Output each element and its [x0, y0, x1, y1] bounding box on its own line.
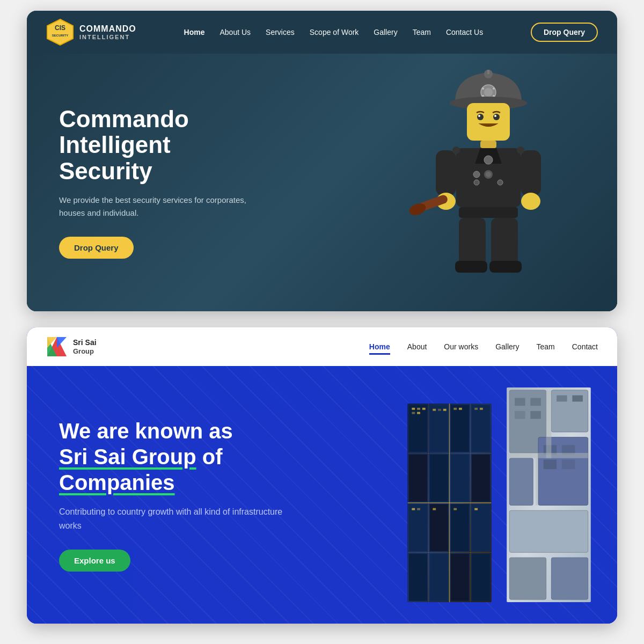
- svg-rect-52: [430, 405, 449, 452]
- nav1-team[interactable]: Team: [413, 27, 431, 37]
- svg-rect-67: [412, 408, 415, 410]
- lego-svg: [397, 70, 580, 311]
- svg-rect-36: [489, 261, 522, 273]
- svg-rect-97: [557, 396, 567, 402]
- svg-marker-42: [57, 337, 67, 348]
- svg-point-25: [484, 156, 493, 164]
- svg-rect-34: [491, 218, 518, 266]
- logo2-sub: Group: [73, 347, 97, 356]
- svg-rect-58: [471, 454, 490, 502]
- svg-rect-88: [509, 458, 533, 506]
- svg-point-8: [482, 87, 484, 90]
- svg-rect-101: [544, 460, 557, 470]
- srisai-logo-icon: [46, 336, 68, 357]
- nav1-drop-query-button[interactable]: Drop Query: [531, 23, 598, 42]
- svg-rect-92: [551, 558, 588, 599]
- svg-rect-68: [417, 408, 420, 410]
- svg-point-20: [473, 171, 480, 178]
- svg-point-16: [478, 115, 480, 117]
- svg-rect-65: [450, 553, 469, 601]
- nav2-about[interactable]: About: [407, 342, 427, 352]
- hero1-title: Commando Intelligent Security: [59, 106, 263, 184]
- svg-point-17: [494, 115, 496, 117]
- svg-rect-104: [509, 453, 588, 458]
- svg-rect-51: [409, 405, 428, 452]
- svg-marker-0: [47, 19, 73, 45]
- svg-rect-59: [409, 504, 428, 552]
- svg-point-24: [497, 180, 503, 185]
- logo2-brand: Sri Sai: [73, 338, 97, 347]
- svg-rect-83: [474, 508, 478, 510]
- logo2: Sri Sai Group: [46, 336, 97, 357]
- card1-security: CIS SECURITY COMMANDO INTELLIGENT Home A…: [27, 11, 617, 311]
- svg-rect-93: [515, 398, 525, 406]
- logo1: CIS SECURITY COMMANDO INTELLIGENT: [46, 18, 136, 46]
- svg-rect-94: [530, 398, 541, 406]
- svg-rect-79: [412, 508, 415, 510]
- svg-rect-76: [459, 408, 462, 410]
- nav1-contact[interactable]: Contact Us: [446, 27, 483, 37]
- nav1-gallery[interactable]: Gallery: [374, 27, 397, 37]
- svg-rect-90: [509, 510, 588, 552]
- svg-point-38: [517, 147, 524, 154]
- svg-point-37: [452, 147, 460, 154]
- city-day-svg: [502, 387, 596, 602]
- svg-rect-105: [536, 458, 538, 506]
- svg-rect-35: [455, 261, 487, 273]
- svg-rect-102: [562, 460, 575, 470]
- svg-rect-98: [572, 396, 583, 402]
- svg-rect-91: [509, 558, 546, 599]
- nav2-gallery[interactable]: Gallery: [495, 342, 519, 352]
- nav2-team[interactable]: Team: [537, 342, 555, 352]
- svg-rect-33: [459, 218, 486, 266]
- svg-rect-103: [546, 390, 552, 458]
- hero2-title: We are known as Sri Sai Group of Compani…: [59, 418, 306, 495]
- svg-rect-13: [467, 103, 510, 141]
- svg-rect-63: [409, 553, 428, 601]
- svg-rect-81: [433, 508, 436, 510]
- svg-point-23: [474, 180, 479, 185]
- svg-rect-32: [459, 207, 518, 218]
- svg-rect-57: [450, 454, 469, 502]
- svg-rect-77: [474, 408, 478, 410]
- svg-rect-95: [515, 411, 525, 419]
- nav2-ourworks[interactable]: Our works: [444, 342, 478, 352]
- svg-rect-69: [422, 408, 426, 410]
- hero1-drop-query-button[interactable]: Drop Query: [59, 237, 134, 259]
- svg-text:CIS: CIS: [55, 24, 65, 32]
- svg-rect-96: [530, 411, 541, 419]
- hero1-content: Commando Intelligent Security We provide…: [27, 85, 295, 280]
- svg-point-9: [493, 87, 495, 90]
- svg-rect-64: [430, 553, 449, 601]
- svg-rect-55: [409, 454, 428, 502]
- svg-rect-60: [430, 504, 449, 552]
- svg-rect-26: [436, 150, 456, 196]
- svg-rect-56: [430, 454, 449, 502]
- svg-rect-54: [471, 405, 490, 452]
- hero1-description: We provide the best security services fo…: [59, 194, 263, 219]
- hero2-description: Contributing to country growth with all …: [59, 505, 306, 532]
- svg-point-15: [493, 114, 500, 120]
- nav1-home[interactable]: Home: [184, 27, 205, 37]
- svg-rect-74: [443, 409, 447, 411]
- hero2-explore-button[interactable]: Explore us: [59, 550, 130, 572]
- nav2-home[interactable]: Home: [369, 342, 390, 352]
- svg-rect-27: [521, 150, 541, 196]
- nav2-links: Home About Our works Gallery Team Contac…: [369, 342, 598, 352]
- svg-rect-70: [412, 412, 415, 414]
- hero2-content: We are known as Sri Sai Group of Compani…: [27, 397, 338, 593]
- svg-rect-72: [433, 409, 436, 411]
- nav2-contact[interactable]: Contact: [572, 342, 598, 352]
- logo2-text: Sri Sai Group: [73, 338, 97, 355]
- svg-rect-18: [480, 141, 496, 148]
- city-night-svg: [402, 404, 496, 602]
- svg-point-29: [521, 193, 540, 210]
- navbar1: CIS SECURITY COMMANDO INTELLIGENT Home A…: [27, 11, 617, 54]
- nav1-about[interactable]: About Us: [219, 27, 251, 37]
- nav1-scope[interactable]: Scope of Work: [310, 27, 359, 37]
- svg-rect-75: [453, 408, 457, 410]
- svg-text:SECURITY: SECURITY: [52, 34, 68, 37]
- hero2: We are known as Sri Sai Group of Compani…: [27, 366, 617, 624]
- nav1-services[interactable]: Services: [266, 27, 295, 37]
- logo1-sub: INTELLIGENT: [79, 34, 136, 40]
